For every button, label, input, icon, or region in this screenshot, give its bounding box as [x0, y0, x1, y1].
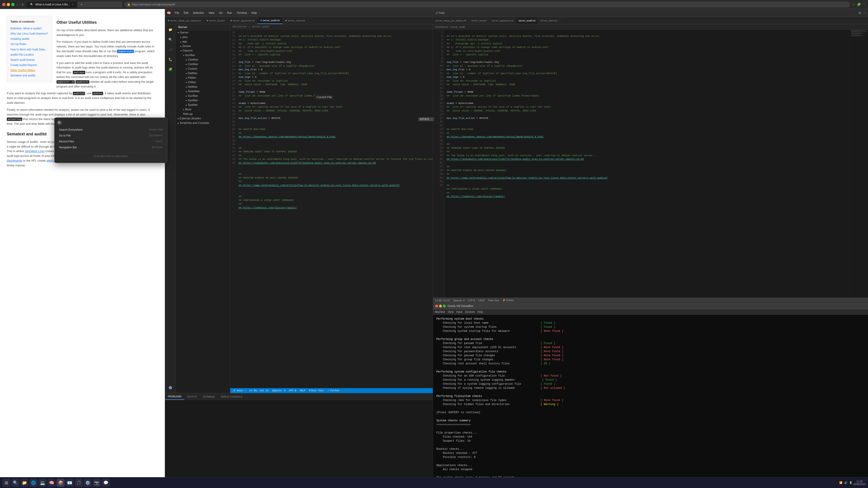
toc-item-4[interactable]: Set Up Rules — [10, 41, 49, 47]
toc-item-7[interactable]: Search audit Events — [10, 57, 49, 63]
right-tab-bootctl[interactable]: server_bootctl — [469, 17, 489, 24]
toc-item-8[interactable]: Create auditd Reports — [10, 63, 49, 68]
taskbar-files[interactable]: 📁 — [20, 479, 29, 487]
tree-item-sucman[interactable]: SucMan — [176, 94, 230, 98]
menu-run[interactable]: Run — [226, 11, 233, 15]
menu-icon[interactable]: ⋮ — [863, 3, 866, 6]
refresh-button[interactable]: ↻ — [22, 3, 24, 6]
code-area[interactable]: 1011121314 1516171819 2021222324 2526272… — [230, 30, 433, 388]
taskbar-start[interactable]: ⊞ — [2, 479, 10, 487]
address-bar[interactable]: 🔒 https://sematext.com/glossary/audit/ — [125, 2, 850, 7]
bottom-tab-problems[interactable]: PROBLEMS — [165, 393, 184, 400]
right-tab-setup[interactable]: server_setup_pre_deploy.txt — [433, 17, 469, 24]
bottom-tab-output[interactable]: OUTPUT — [184, 393, 200, 400]
browser-tab-new[interactable]: + — [77, 2, 122, 7]
tab-server-bootctl[interactable]: server_bootctl — [204, 17, 228, 24]
tab-close-icon[interactable]: ✕ — [72, 3, 73, 6]
toc-item-9[interactable]: Other Useful Utilities — [10, 68, 49, 73]
right-tab-apparmor[interactable]: server_apparmor.txt — [489, 17, 516, 24]
vbox-min-btn[interactable] — [439, 305, 442, 307]
tree-item-nodeman[interactable]: NodeMan — [176, 89, 230, 94]
tree-item-conman1[interactable]: ConMan — [176, 57, 230, 62]
sidebar-debug-icon[interactable]: 🐛 — [167, 56, 174, 63]
extensions-icon[interactable]: 🧩 — [857, 3, 861, 6]
tree-item-filman[interactable]: FilMan — [176, 75, 230, 80]
bottom-tab-terminal[interactable]: TERMINAL — [200, 393, 218, 400]
right-tab-clams[interactable]: server_clamsctl — [538, 17, 560, 24]
alerts-link[interactable]: alerts — [46, 159, 54, 162]
bookmark-icon[interactable]: ☆ — [852, 3, 855, 6]
search-input[interactable] — [64, 121, 164, 125]
sidebar-explorer-icon[interactable]: 📁 — [167, 26, 174, 33]
tab-server-setup[interactable]: server_setup_pre_deploy.txt — [165, 17, 204, 24]
vbox-menu-input[interactable]: Input — [456, 310, 462, 314]
search-item-recent-files[interactable]: Recent Files Ctrl+E — [57, 138, 164, 144]
taskbar-settings[interactable]: ⚙️ — [84, 479, 92, 487]
toc-item-6[interactable]: auditd File Location — [10, 52, 49, 57]
menu-edit[interactable]: Edit — [182, 11, 190, 15]
vbox-close-btn[interactable] — [435, 305, 438, 307]
vbox-menu-help[interactable]: Help — [477, 310, 483, 314]
tree-item-ioman[interactable]: IOMan — [176, 80, 230, 85]
tab-server-audit[interactable]: server_audit.txt — [258, 17, 283, 24]
close-button[interactable] — [2, 3, 5, 6]
more-actions-icon[interactable]: ⋯ — [864, 11, 866, 14]
sidebar-settings-icon[interactable]: ⚙️ — [167, 384, 174, 391]
search-item-nav-bar[interactable]: Navigation Bar Alt+Home — [57, 144, 164, 150]
vbox-max-btn[interactable] — [443, 305, 446, 307]
sidebar-search-icon[interactable]: 🔍 — [167, 36, 174, 43]
vbox-menu-view[interactable]: View — [448, 310, 454, 314]
menu-go[interactable]: Go — [218, 11, 224, 15]
right-tab-audit[interactable]: server_audit.txt — [516, 17, 538, 24]
menu-terminal[interactable]: Terminal — [235, 11, 248, 15]
toc-item-5[interactable]: How to Work with Audit Data... — [10, 47, 49, 52]
tab-server-apparmor[interactable]: server_apparmor.txt — [228, 17, 258, 24]
vbox-menu-machine[interactable]: Machine — [435, 310, 445, 314]
browser-tab-active[interactable]: 🔍 What is Audit in Linux A Bri... ✕ — [27, 2, 77, 7]
tree-item-datman[interactable]: DatMan — [176, 71, 230, 75]
sematext-logs-link[interactable]: Sematext Logs — [25, 150, 44, 153]
taskbar-vbox[interactable]: 📦 — [57, 479, 65, 487]
search-item-goto-file[interactable]: Go to File Ctrl+Shift+N — [57, 133, 164, 138]
taskbar-mail[interactable]: 📧 — [66, 479, 74, 487]
tree-item-netman[interactable]: NetMan — [176, 85, 230, 89]
taskbar-browser[interactable]: 🌐 — [29, 479, 37, 487]
menu-view[interactable]: View — [207, 11, 216, 15]
bottom-tab-debug[interactable]: DEBUG CONSOLE — [218, 393, 245, 400]
taskbar-camera[interactable]: 📷 — [93, 479, 101, 487]
vbox-menu-devices[interactable]: Devices — [465, 310, 475, 314]
tree-item-app[interactable]: app — [176, 39, 230, 44]
tree-item-synman[interactable]: SynMan — [176, 98, 230, 103]
taskbar-discord[interactable]: 💬 — [102, 479, 110, 487]
tab-server-clams[interactable]: server_clamsctl — [283, 17, 308, 24]
tree-item-java[interactable]: java — [176, 35, 230, 39]
tree-item-sysman[interactable]: SysMan — [176, 103, 230, 107]
back-button[interactable]: ‹ — [17, 3, 18, 6]
forward-button[interactable]: › — [19, 3, 20, 6]
tree-item-scratches[interactable]: Scratches and Consoles — [176, 121, 230, 125]
taskbar-search[interactable]: 🔍 — [11, 479, 20, 487]
taskbar-music[interactable]: 🎵 — [74, 479, 83, 487]
dashboards-link[interactable]: dashboards — [7, 159, 22, 162]
tree-item-accman[interactable]: AccMan — [176, 53, 230, 57]
sidebar-git-icon[interactable]: ⎇ — [167, 46, 174, 53]
tree-item-iserver[interactable]: IServer — [176, 30, 230, 35]
tree-item-base[interactable]: Base — [176, 107, 230, 112]
split-editor-icon[interactable]: ⊞ — [859, 11, 861, 14]
tree-item-ext-libraries[interactable]: External Libraries — [176, 116, 230, 121]
tree-item-docker[interactable]: Docker — [176, 44, 230, 48]
taskbar-terminal[interactable]: 💻 — [38, 479, 46, 487]
tree-item-conman2[interactable]: ConMan — [176, 62, 230, 66]
sidebar-extensions-icon[interactable]: 🧩 — [167, 66, 174, 73]
toc-item-3[interactable]: Installing auditd — [10, 36, 49, 41]
menu-file[interactable]: File — [174, 11, 180, 15]
search-item-everywhere[interactable]: Search Everywhere Double Shift — [57, 127, 164, 133]
minimize-button[interactable] — [7, 3, 10, 6]
tree-item-classus[interactable]: ClassUs — [176, 48, 230, 53]
toc-item-2[interactable]: Why Use Linux Audit Daemon? — [10, 31, 49, 36]
menu-help[interactable]: Help — [250, 11, 258, 15]
toc-item-1[interactable]: Definition: What is auditd? — [10, 26, 49, 31]
right-code-area[interactable]: 12345 678910 1112131415 1617181920 21222… — [433, 30, 868, 298]
menu-selection[interactable]: Selection — [191, 11, 205, 15]
tree-item-mainpy[interactable]: Main.py — [176, 112, 230, 116]
